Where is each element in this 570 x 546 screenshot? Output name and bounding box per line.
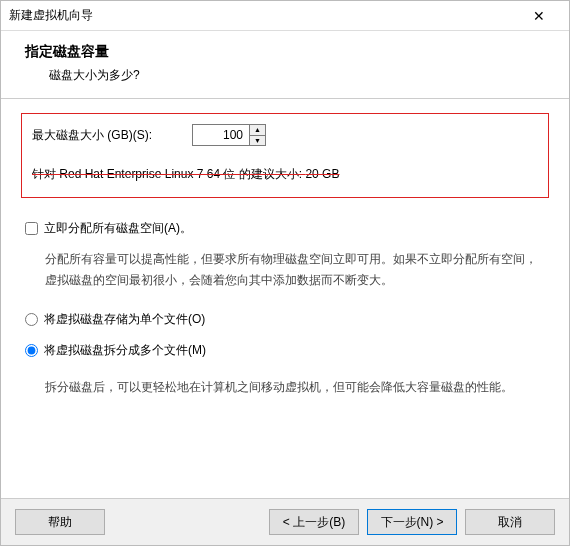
recommended-prefix: 针对 Red Hat Enterprise Linux 7 64 位 的建议大小… <box>32 167 305 181</box>
footer-buttons: 帮助 < 上一步(B) 下一步(N) > 取消 <box>1 498 569 545</box>
recommended-value: 20 GB <box>305 167 339 181</box>
split-files-row: 将虚拟磁盘拆分成多个文件(M) <box>21 342 549 359</box>
storage-radio-group: 将虚拟磁盘存储为单个文件(O) 将虚拟磁盘拆分成多个文件(M) 拆分磁盘后，可以… <box>21 311 549 398</box>
recommended-size-text: 针对 Red Hat Enterprise Linux 7 64 位 的建议大小… <box>32 166 538 183</box>
allocate-now-checkbox[interactable] <box>25 222 38 235</box>
titlebar: 新建虚拟机向导 ✕ <box>1 1 569 31</box>
split-files-label[interactable]: 将虚拟磁盘拆分成多个文件(M) <box>44 342 206 359</box>
spinner-down-icon[interactable]: ▼ <box>250 135 265 146</box>
store-single-file-radio[interactable] <box>25 313 38 326</box>
next-button[interactable]: 下一步(N) > <box>367 509 457 535</box>
cancel-button[interactable]: 取消 <box>465 509 555 535</box>
split-files-radio[interactable] <box>25 344 38 357</box>
page-subtitle: 磁盘大小为多少? <box>25 67 545 84</box>
allocate-now-row: 立即分配所有磁盘空间(A)。 <box>21 220 549 237</box>
disk-size-input[interactable] <box>192 124 250 146</box>
spinner-up-icon[interactable]: ▲ <box>250 125 265 135</box>
store-single-file-label[interactable]: 将虚拟磁盘存储为单个文件(O) <box>44 311 205 328</box>
max-disk-size-row: 最大磁盘大小 (GB)(S): ▲ ▼ <box>32 124 538 146</box>
close-icon[interactable]: ✕ <box>519 2 559 30</box>
disk-size-spinner: ▲ ▼ <box>192 124 266 146</box>
allocate-description: 分配所有容量可以提高性能，但要求所有物理磁盘空间立即可用。如果不立即分配所有空间… <box>21 245 549 291</box>
help-button[interactable]: 帮助 <box>15 509 105 535</box>
split-description: 拆分磁盘后，可以更轻松地在计算机之间移动虚拟机，但可能会降低大容量磁盘的性能。 <box>21 373 549 398</box>
back-button[interactable]: < 上一步(B) <box>269 509 359 535</box>
max-disk-size-label: 最大磁盘大小 (GB)(S): <box>32 127 152 144</box>
spinner-buttons: ▲ ▼ <box>250 124 266 146</box>
page-title: 指定磁盘容量 <box>25 43 545 61</box>
content-area: 最大磁盘大小 (GB)(S): ▲ ▼ 针对 Red Hat Enterpris… <box>1 99 569 498</box>
wizard-header: 指定磁盘容量 磁盘大小为多少? <box>1 31 569 99</box>
window-title: 新建虚拟机向导 <box>9 7 93 24</box>
allocate-now-label[interactable]: 立即分配所有磁盘空间(A)。 <box>44 220 192 237</box>
store-single-file-row: 将虚拟磁盘存储为单个文件(O) <box>21 311 549 328</box>
highlight-annotation: 最大磁盘大小 (GB)(S): ▲ ▼ 针对 Red Hat Enterpris… <box>21 113 549 198</box>
